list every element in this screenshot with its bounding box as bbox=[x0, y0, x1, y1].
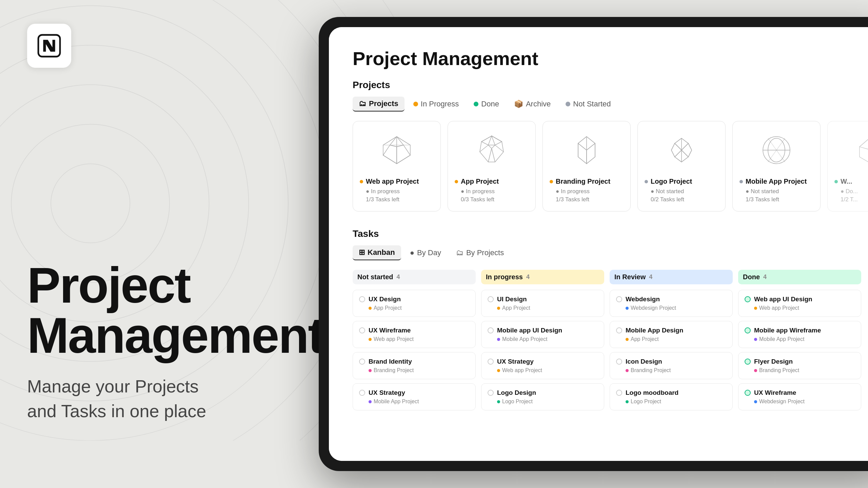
project-dot bbox=[626, 307, 629, 310]
task-checkbox[interactable] bbox=[745, 390, 751, 396]
project-dot bbox=[626, 338, 629, 341]
card-tasks: 1/3 Tasks left bbox=[360, 196, 434, 203]
task-checkbox[interactable] bbox=[359, 390, 365, 396]
task-ux-wireframe-1[interactable]: UX Wireframe Web app Project bbox=[353, 321, 476, 348]
task-project-label: Webdesign Project bbox=[745, 399, 855, 405]
tab-not-started[interactable]: Not Started bbox=[559, 97, 617, 111]
task-project-label: App Project bbox=[488, 305, 598, 311]
task-checkbox[interactable] bbox=[359, 327, 365, 333]
task-ux-strategy-1[interactable]: UX Strategy Mobile App Project bbox=[353, 383, 476, 410]
task-checkbox[interactable] bbox=[616, 390, 622, 396]
tab-projects[interactable]: 🗂 Projects bbox=[353, 97, 405, 111]
status-dot bbox=[645, 180, 648, 183]
tasks-section-label: Tasks bbox=[353, 228, 861, 239]
task-ux-wireframe-done[interactable]: UX Wireframe Webdesign Project bbox=[738, 383, 861, 410]
project-card-app[interactable]: App Project ● In progress 0/3 Tasks left bbox=[448, 121, 536, 211]
task-checkbox[interactable] bbox=[488, 390, 494, 396]
card-image-app bbox=[455, 128, 529, 172]
project-dot bbox=[754, 400, 757, 403]
card-status: ● In progress bbox=[360, 188, 434, 195]
status-dot bbox=[455, 180, 458, 183]
column-header-in-review: In Review 4 bbox=[610, 270, 733, 284]
task-logo-moodboard[interactable]: Logo moodboard Logo Project bbox=[610, 383, 733, 410]
task-project-label: Mobile App Project bbox=[745, 336, 855, 342]
tasks-tabs: ⊞ Kanban ● By Day 🗂 By Projects bbox=[353, 245, 861, 260]
task-checkbox[interactable] bbox=[616, 327, 622, 333]
task-icon-design[interactable]: Icon Design Branding Project bbox=[610, 352, 733, 379]
task-ux-design[interactable]: UX Design App Project bbox=[353, 290, 476, 317]
task-checkbox[interactable] bbox=[488, 359, 494, 365]
task-project-label: Branding Project bbox=[745, 367, 855, 373]
task-project-label: Branding Project bbox=[359, 367, 469, 373]
card-image-webapp bbox=[360, 128, 434, 172]
tab-by-day[interactable]: ● By Day bbox=[404, 246, 447, 260]
svg-marker-27 bbox=[587, 143, 595, 164]
card-status: ● Not started bbox=[645, 188, 718, 195]
column-header-done: Done 4 bbox=[738, 270, 861, 284]
project-dot bbox=[754, 338, 757, 341]
task-checkbox[interactable] bbox=[359, 296, 365, 302]
task-flyer-design[interactable]: Flyer Design Branding Project bbox=[738, 352, 861, 379]
task-mobile-ui[interactable]: Mobile app UI Design Mobile App Project bbox=[481, 321, 604, 348]
task-checkbox[interactable] bbox=[488, 296, 494, 302]
task-ux-strategy-2[interactable]: UX Strategy Web app Project bbox=[481, 352, 604, 379]
card-title: Logo Project bbox=[651, 178, 692, 185]
card-image-partial bbox=[834, 128, 868, 172]
projects-tabs: 🗂 Projects In Progress Done 📦 Archive bbox=[353, 97, 861, 111]
card-image-logo bbox=[645, 128, 718, 172]
project-card-webapp[interactable]: Web app Project ● In progress 1/3 Tasks … bbox=[353, 121, 441, 211]
folder-icon-tasks: 🗂 bbox=[456, 248, 463, 257]
tab-by-projects[interactable]: 🗂 By Projects bbox=[450, 246, 510, 260]
tasks-section: Tasks ⊞ Kanban ● By Day 🗂 B bbox=[353, 228, 861, 414]
card-status: ● Not started bbox=[739, 188, 813, 195]
task-mobile-app-design[interactable]: Mobile App Design App Project bbox=[610, 321, 733, 348]
tab-in-progress[interactable]: In Progress bbox=[407, 97, 465, 111]
task-logo-design[interactable]: Logo Design Logo Project bbox=[481, 383, 604, 410]
card-tasks: 0/2 Tasks left bbox=[645, 196, 718, 203]
project-dot bbox=[497, 400, 500, 403]
tab-archive[interactable]: 📦 Archive bbox=[508, 97, 557, 111]
card-tasks: 0/3 Tasks left bbox=[455, 196, 529, 203]
card-tasks: 1/3 Tasks left bbox=[550, 196, 624, 203]
task-webapp-ui[interactable]: Web app UI Design Web app Project bbox=[738, 290, 861, 317]
svg-line-21 bbox=[492, 148, 495, 162]
projects-section-label: Projects bbox=[353, 80, 861, 90]
card-image-mobile bbox=[739, 128, 813, 172]
kanban-board: Not started 4 UX Design App P bbox=[353, 270, 861, 414]
project-card-branding[interactable]: Branding Project ● In progress 1/3 Tasks… bbox=[542, 121, 631, 211]
svg-marker-13 bbox=[397, 145, 410, 164]
task-mobile-wireframe[interactable]: Mobile app Wireframe Mobile App Project bbox=[738, 321, 861, 348]
tab-kanban[interactable]: ⊞ Kanban bbox=[353, 245, 401, 260]
svg-line-23 bbox=[495, 145, 504, 152]
task-checkbox[interactable] bbox=[616, 296, 622, 302]
task-checkbox[interactable] bbox=[488, 327, 494, 333]
task-ui-design[interactable]: UI Design App Project bbox=[481, 290, 604, 317]
project-dot bbox=[497, 369, 500, 372]
task-project-label: App Project bbox=[359, 305, 469, 311]
card-status: ● Do... bbox=[834, 188, 868, 195]
project-dot bbox=[369, 307, 372, 310]
notion-app-content: Project Management Projects 🗂 Projects I… bbox=[329, 27, 868, 461]
column-in-review: In Review 4 Webdesign Webdesi bbox=[610, 270, 733, 414]
task-project-label: Logo Project bbox=[616, 399, 726, 405]
task-brand-identity[interactable]: Brand Identity Branding Project bbox=[353, 352, 476, 379]
not-started-dot bbox=[566, 102, 570, 106]
task-checkbox[interactable] bbox=[745, 327, 751, 333]
calendar-icon: ● bbox=[410, 248, 414, 257]
page-title: Project Management bbox=[353, 47, 861, 69]
task-checkbox[interactable] bbox=[745, 296, 751, 302]
column-not-started: Not started 4 UX Design App P bbox=[353, 270, 476, 414]
task-project-label: Mobile App Project bbox=[359, 399, 469, 405]
project-card-partial[interactable]: W... ● Do... 1/2 T... bbox=[827, 121, 868, 211]
status-dot bbox=[550, 180, 553, 183]
in-progress-dot bbox=[413, 102, 418, 106]
task-webdesign[interactable]: Webdesign Webdesign Project bbox=[610, 290, 733, 317]
column-in-progress: In progress 4 UI Design App P bbox=[481, 270, 604, 414]
project-dot bbox=[497, 338, 500, 341]
task-checkbox[interactable] bbox=[616, 359, 622, 365]
task-checkbox[interactable] bbox=[359, 359, 365, 365]
tab-done[interactable]: Done bbox=[468, 97, 505, 111]
task-checkbox[interactable] bbox=[745, 359, 751, 365]
project-card-logo[interactable]: Logo Project ● Not started 0/2 Tasks lef… bbox=[637, 121, 726, 211]
project-card-mobile[interactable]: Mobile App Project ● Not started 1/3 Tas… bbox=[732, 121, 821, 211]
